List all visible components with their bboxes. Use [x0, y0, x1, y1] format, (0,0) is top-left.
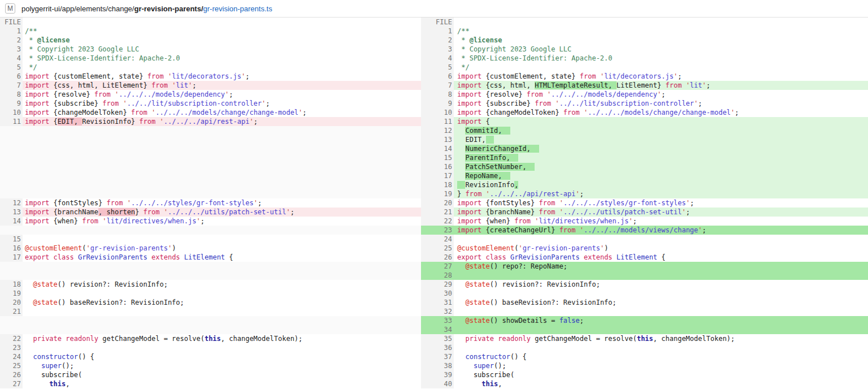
- line-number[interactable]: 6: [421, 72, 454, 81]
- line-number[interactable]: 16: [0, 244, 23, 253]
- line-number[interactable]: 4: [421, 54, 454, 63]
- line-number[interactable]: 12: [0, 198, 23, 208]
- line-number[interactable]: 19: [0, 289, 23, 298]
- line-number[interactable]: 27: [421, 262, 454, 271]
- code-token: export: [457, 253, 481, 261]
- line-number[interactable]: 23: [421, 226, 454, 235]
- line-number[interactable]: 24: [421, 235, 454, 244]
- line-number[interactable]: 6: [0, 72, 23, 81]
- line-number[interactable]: 14: [421, 144, 454, 153]
- code-token: LitElement}: [617, 81, 666, 89]
- line-number[interactable]: 9: [421, 99, 454, 108]
- code-token: @state: [465, 299, 489, 306]
- filler-line: [23, 171, 421, 180]
- line-number[interactable]: 17: [421, 171, 454, 180]
- line-number[interactable]: 9: [0, 99, 23, 108]
- file-label-right[interactable]: FILE: [421, 18, 454, 27]
- line-number[interactable]: 27: [0, 379, 23, 388]
- line-number[interactable]: 10: [0, 108, 23, 117]
- line-number[interactable]: 1: [0, 27, 23, 36]
- code-token: {when}: [481, 217, 514, 225]
- line-number[interactable]: 22: [421, 217, 454, 226]
- code-line: import {when} from 'lit/directives/when.…: [454, 217, 868, 226]
- code-token: ': [486, 190, 490, 198]
- line-number[interactable]: 32: [421, 307, 454, 316]
- line-number[interactable]: 17: [0, 253, 23, 262]
- code-token: ': [102, 217, 106, 225]
- line-number[interactable]: 31: [421, 298, 454, 307]
- code-token: [159, 208, 163, 216]
- line-number[interactable]: 26: [0, 370, 23, 379]
- line-number[interactable]: 18: [421, 180, 454, 189]
- line-number[interactable]: 1: [421, 27, 454, 36]
- code-token: RevisionInfo: [465, 181, 514, 189]
- line-number[interactable]: 11: [0, 117, 23, 126]
- line-number[interactable]: 21: [421, 208, 454, 217]
- code-token: getChangeModel = resolve(: [98, 335, 205, 343]
- code-token: [457, 262, 465, 270]
- line-number[interactable]: 40: [421, 379, 454, 388]
- line-number[interactable]: 18: [0, 280, 23, 289]
- line-number[interactable]: 39: [421, 370, 454, 379]
- path-prefix: polygerrit-ui/app/elements/change/: [21, 5, 134, 13]
- line-number[interactable]: 34: [421, 325, 454, 334]
- line-number[interactable]: 22: [0, 334, 23, 343]
- line-number[interactable]: 20: [0, 298, 23, 307]
- line-number[interactable]: 14: [0, 217, 23, 226]
- code-token: ;: [580, 317, 584, 325]
- code-token: ;: [698, 100, 702, 107]
- line-number[interactable]: 37: [421, 352, 454, 361]
- code-line: import {: [454, 117, 868, 126]
- line-number[interactable]: 19: [421, 189, 454, 198]
- code-token: [25, 380, 49, 388]
- line-number[interactable]: 15: [421, 153, 454, 162]
- code-line: [23, 289, 421, 298]
- line-number[interactable]: 10: [421, 108, 454, 117]
- code-line: export class GrRevisionParents extends L…: [454, 253, 868, 262]
- line-number[interactable]: 3: [0, 45, 23, 54]
- code-token: ;: [706, 81, 710, 89]
- line-number[interactable]: 20: [421, 198, 454, 208]
- line-number[interactable]: 13: [421, 135, 454, 144]
- line-number[interactable]: 33: [421, 316, 454, 325]
- line-number[interactable]: 11: [421, 117, 454, 126]
- line-number[interactable]: 12: [421, 126, 454, 135]
- line-number[interactable]: 8: [421, 90, 454, 99]
- line-number[interactable]: 5: [0, 63, 23, 72]
- code-token: ): [604, 244, 608, 252]
- code-token: {: [225, 253, 233, 261]
- line-number[interactable]: 4: [0, 54, 23, 63]
- code-token: ../../../api/rest-api: [490, 190, 576, 198]
- line-number[interactable]: 2: [421, 36, 454, 45]
- line-number[interactable]: 23: [0, 343, 23, 352]
- code-token: import: [457, 109, 481, 116]
- line-number[interactable]: 25: [421, 244, 454, 253]
- line-number[interactable]: 7: [421, 81, 454, 90]
- line-number[interactable]: 36: [421, 343, 454, 352]
- line-number[interactable]: 7: [0, 81, 23, 90]
- code-token: {fontStyles}: [49, 199, 106, 207]
- code-token: {subscribe}: [481, 100, 535, 107]
- line-number[interactable]: 15: [0, 235, 23, 244]
- line-number[interactable]: 5: [421, 63, 454, 72]
- line-number[interactable]: 26: [421, 253, 454, 262]
- code-token: ': [159, 118, 163, 126]
- code-token: ../../../styles/gr-font-styles: [131, 199, 254, 207]
- line-number[interactable]: 35: [421, 334, 454, 343]
- line-number[interactable]: 13: [0, 208, 23, 217]
- line-number[interactable]: 8: [0, 90, 23, 99]
- line-number[interactable]: 3: [421, 45, 454, 54]
- line-number[interactable]: 21: [0, 307, 23, 316]
- code-token: ;: [201, 217, 205, 225]
- line-number[interactable]: 16: [421, 162, 454, 171]
- line-number[interactable]: 28: [421, 271, 454, 280]
- line-number[interactable]: 30: [421, 289, 454, 298]
- line-number[interactable]: 38: [421, 361, 454, 370]
- file-label-left[interactable]: FILE: [0, 18, 23, 27]
- file-name-link[interactable]: gr-revision-parents.ts: [203, 5, 272, 13]
- filler-line: [23, 262, 421, 271]
- line-number[interactable]: 29: [421, 280, 454, 289]
- line-number[interactable]: 25: [0, 361, 23, 370]
- line-number[interactable]: 24: [0, 352, 23, 361]
- line-number[interactable]: 2: [0, 36, 23, 45]
